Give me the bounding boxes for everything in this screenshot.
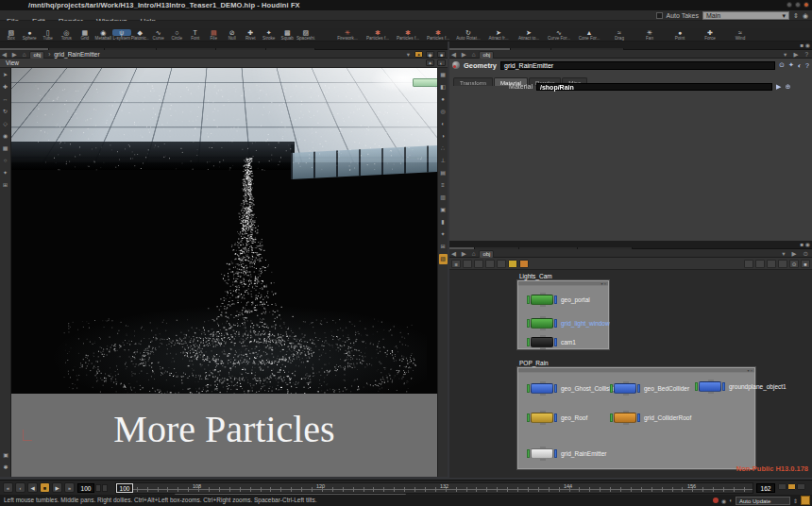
play-icon[interactable]: ▶ bbox=[790, 249, 799, 258]
memory-icon[interactable]: ▮ bbox=[439, 217, 448, 228]
network-editor-canvas[interactable]: Lights_Cam ▾ × geo_portal grid_light_win… bbox=[449, 270, 812, 478]
node-shape-icon[interactable] bbox=[485, 260, 495, 268]
back-icon[interactable]: ◀ bbox=[449, 250, 458, 257]
pane-corner-controls[interactable]: ■ ◉ bbox=[800, 42, 810, 50]
display-flag[interactable] bbox=[695, 382, 698, 391]
construction-plane-icon[interactable]: ⊞ bbox=[1, 180, 10, 191]
playbar-options-icon[interactable] bbox=[797, 483, 805, 490]
display-flag[interactable] bbox=[527, 413, 530, 422]
op-jump-icon[interactable]: ▶ bbox=[776, 83, 781, 91]
template-flag[interactable] bbox=[722, 382, 725, 391]
shelf-tool[interactable]: ✱Particles f... bbox=[363, 28, 393, 41]
wireframe-mode-icon[interactable]: ◎ bbox=[439, 107, 448, 117]
flipbook-icon[interactable]: ✱ bbox=[1, 463, 10, 473]
shelf-tool[interactable]: ➤Attract fr... bbox=[483, 28, 514, 41]
select-tool-icon[interactable]: ➤ bbox=[1, 70, 10, 80]
pane-menu-icon[interactable]: ◉ bbox=[805, 242, 810, 247]
hand-tool-icon[interactable]: ✚ bbox=[1, 82, 10, 93]
maximize-button[interactable] bbox=[795, 2, 801, 8]
snapshot2-icon[interactable]: ✦ bbox=[439, 229, 448, 240]
color-swatch-icon[interactable] bbox=[519, 260, 529, 268]
node-geo_BedCollider[interactable]: geo_BedCollider bbox=[610, 383, 689, 394]
home-icon[interactable]: ⌂ bbox=[470, 51, 478, 58]
grid-snap-icon[interactable]: ▦ bbox=[1, 143, 10, 154]
align-icon[interactable] bbox=[744, 260, 753, 268]
pose-tool-icon[interactable]: ◉ bbox=[1, 131, 10, 142]
node-body[interactable] bbox=[531, 448, 553, 459]
shelf-tool[interactable]: ▦Grid bbox=[76, 28, 94, 41]
node-name-field[interactable]: grid_RainEmitter bbox=[500, 61, 775, 70]
scene-viewport[interactable]: ➤✚↔↻◇◉▦○✦⊞ ▣✱ More Particles ▦◧●◎◐◑∴⊥▤≡▥… bbox=[0, 68, 448, 477]
template-flag[interactable] bbox=[554, 338, 557, 346]
current-frame-field[interactable]: 100 bbox=[77, 483, 94, 493]
template-flag[interactable] bbox=[637, 413, 640, 422]
node-body[interactable] bbox=[699, 381, 721, 392]
take-selector[interactable]: Main ▾ bbox=[702, 11, 789, 20]
shelf-tool[interactable]: ➤Attract to... bbox=[514, 28, 544, 41]
connect-icon[interactable] bbox=[755, 260, 765, 268]
help-icon[interactable]: ? bbox=[803, 50, 810, 59]
auto-takes-checkbox[interactable] bbox=[656, 12, 663, 19]
chevron-down-icon[interactable]: ▾ bbox=[405, 50, 412, 59]
translate-tool-icon[interactable]: ↔ bbox=[1, 94, 10, 105]
node-shape-icon[interactable] bbox=[474, 260, 483, 268]
back-icon[interactable]: ◀ bbox=[0, 51, 8, 58]
shelf-tool[interactable]: ✱Particles f... bbox=[393, 28, 423, 41]
shelf-tool[interactable]: ▲Cone For... bbox=[574, 28, 604, 41]
node-groundplane_object1[interactable]: groundplane_object1 bbox=[695, 381, 787, 392]
snapshot-icon[interactable]: ■ bbox=[437, 51, 446, 58]
shelf-tool[interactable]: ◆Platonic... bbox=[131, 28, 150, 41]
node-geo_portal[interactable]: geo_portal bbox=[527, 295, 590, 305]
node-grid_RainEmitter[interactable]: grid_RainEmitter bbox=[527, 448, 606, 459]
display-flag[interactable] bbox=[610, 413, 613, 422]
network-box-lights-cam[interactable]: Lights_Cam ▾ × geo_portal grid_light_win… bbox=[517, 280, 609, 349]
shelf-tool[interactable]: ▩Squab bbox=[279, 28, 297, 41]
search-icon[interactable]: ⊙ bbox=[779, 61, 785, 69]
chevron-down-icon[interactable]: ▾ bbox=[780, 249, 787, 258]
play-reverse-button[interactable]: ◀ bbox=[27, 482, 38, 493]
playback-mode-icon[interactable] bbox=[787, 483, 796, 490]
point-snap-icon[interactable]: ○ bbox=[1, 156, 10, 166]
pane-corner-controls[interactable]: ■ ◉ bbox=[800, 241, 810, 249]
stop-button[interactable]: ■ bbox=[40, 482, 50, 493]
template-flag[interactable] bbox=[554, 384, 557, 393]
display-flag[interactable] bbox=[527, 338, 530, 346]
node-body[interactable] bbox=[531, 318, 553, 329]
network-box-pop-rain[interactable]: POP_Rain ▾ × geo_Ghost_Collision geo_Bed… bbox=[517, 367, 755, 469]
timeline-ruler[interactable]: 108120132144156 100 bbox=[115, 482, 753, 494]
display-flag[interactable] bbox=[527, 449, 530, 458]
shaded-mode-icon[interactable]: ● bbox=[439, 94, 448, 105]
node-body[interactable] bbox=[531, 383, 553, 394]
shelf-tool[interactable]: ≈Drag bbox=[604, 28, 634, 41]
shelf-tool[interactable]: ✳Fan bbox=[634, 28, 665, 41]
active-display-icon[interactable]: ▨ bbox=[439, 254, 448, 264]
range-lock-icon[interactable] bbox=[95, 484, 101, 492]
shelf-tool[interactable]: ≈Wind bbox=[725, 28, 755, 41]
view-menu[interactable]: View bbox=[6, 59, 19, 66]
back-icon[interactable]: ◀ bbox=[449, 51, 458, 58]
display-flag[interactable] bbox=[527, 384, 530, 393]
points-display-toggle-icon[interactable]: ✦ bbox=[414, 51, 423, 58]
shelf-tool[interactable]: ●Sphere bbox=[21, 28, 40, 41]
shelf-tool[interactable]: ∿Curve bbox=[149, 28, 168, 41]
pane-maximize-icon[interactable]: ■ bbox=[800, 242, 804, 247]
node-body[interactable] bbox=[531, 413, 553, 423]
search-icon[interactable]: ⊙ bbox=[802, 249, 810, 258]
network-box-header[interactable]: ▾ × bbox=[518, 281, 608, 286]
display-points-icon[interactable]: ∴ bbox=[439, 143, 448, 154]
shelf-tool[interactable]: TFont bbox=[186, 28, 205, 41]
shelf-tool[interactable]: ✳Firework... bbox=[332, 28, 363, 41]
shadows-icon[interactable]: ◑ bbox=[439, 131, 448, 142]
template-flag[interactable] bbox=[554, 449, 557, 458]
rotate-tool-icon[interactable]: ↻ bbox=[1, 107, 10, 117]
material-path-field[interactable]: /shop/Rain bbox=[536, 83, 772, 91]
netview-options-icon[interactable] bbox=[778, 260, 787, 268]
template-flag[interactable] bbox=[554, 319, 557, 328]
search-icon[interactable]: ⊙ bbox=[789, 260, 799, 268]
template-flag[interactable] bbox=[637, 384, 640, 393]
display-normals-icon[interactable]: ⊥ bbox=[439, 156, 448, 166]
overview-icon[interactable]: ■ bbox=[801, 260, 810, 268]
play-forward-button[interactable]: ▶ bbox=[52, 482, 62, 493]
realtime-toggle-icon[interactable] bbox=[778, 483, 787, 490]
node-body[interactable] bbox=[614, 413, 636, 423]
